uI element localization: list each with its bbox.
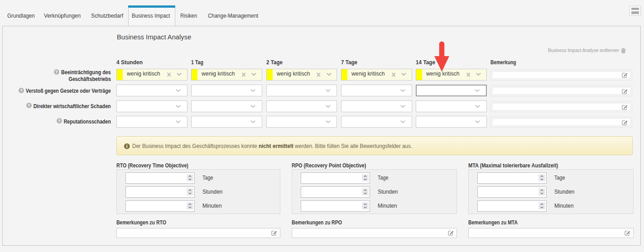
svg-text:?: ? <box>58 118 61 123</box>
svg-text:?: ? <box>20 88 23 93</box>
svg-text:?: ? <box>55 69 58 74</box>
svg-text:?: ? <box>28 103 30 108</box>
